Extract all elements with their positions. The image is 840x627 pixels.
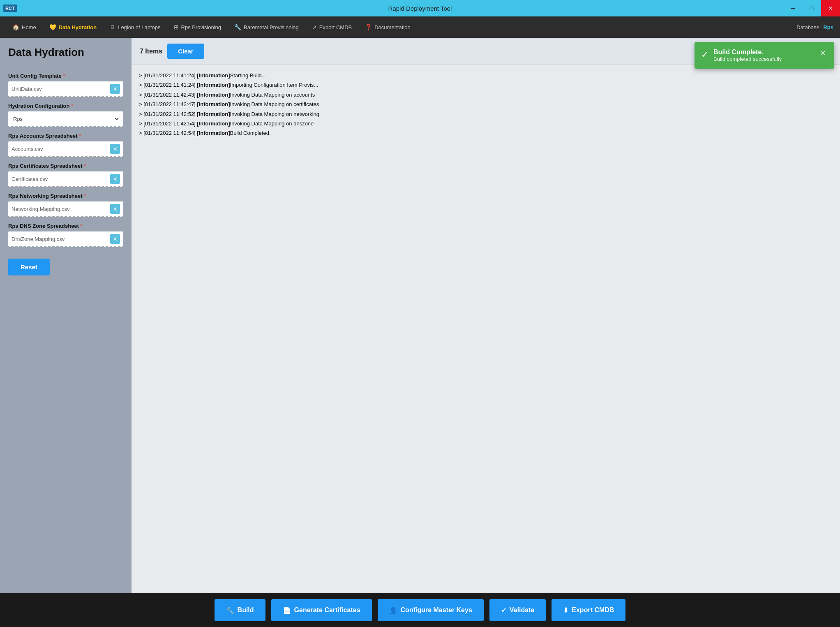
rps-dns-zone-label: Rps DNS Zone Spreadsheet * [8, 223, 123, 229]
rps-dns-required: * [81, 223, 83, 229]
toast-notification: ✓ Build Complete. Build completed succes… [695, 42, 834, 69]
nav-item-export-cmdb[interactable]: ↗ Export CMDB [306, 21, 358, 33]
hydration-config-select[interactable]: Rps [12, 116, 120, 123]
rps-certificates-required: * [84, 163, 86, 169]
close-button[interactable]: ✕ [821, 0, 840, 16]
unit-config-required: * [63, 73, 65, 79]
log-area: > [01/31/2022 11:41:24] [Information]Sta… [132, 65, 840, 593]
validate-icon: ✓ [501, 606, 506, 614]
rps-certificates-label: Rps Certificates Spreadsheet * [8, 163, 123, 169]
toast-check-icon: ✓ [701, 49, 708, 60]
main-layout: Data Hydration Unit Config Template * ✕ … [0, 38, 840, 593]
database-info: Database: Rps [796, 24, 833, 30]
hydration-config-label: Hydration Configuration * [8, 103, 123, 109]
log-entry: > [01/31/2022 11:41:24] [Information]Sta… [139, 71, 833, 80]
documentation-icon: ❓ [365, 24, 372, 30]
legion-icon: 🖥 [110, 24, 115, 30]
hydration-config-required: * [71, 103, 73, 109]
log-entry: > [01/31/2022 11:42:54] [Information]Bui… [139, 128, 833, 138]
generate-certificates-button[interactable]: 📄 Generate Certificates [271, 599, 372, 621]
build-button[interactable]: 🔧 Build [215, 599, 265, 621]
unit-config-template-input[interactable] [12, 86, 110, 92]
export-cmdb-button[interactable]: ⬇ Export CMDB [552, 599, 625, 621]
rps-accounts-field: ✕ [8, 141, 123, 157]
generate-certificates-label: Generate Certificates [294, 606, 360, 614]
nav-item-legion-of-laptops[interactable]: 🖥 Legion of Laptops [104, 21, 166, 33]
rps-networking-input[interactable] [12, 206, 110, 212]
reset-button[interactable]: Reset [8, 259, 50, 275]
configure-master-keys-label: Configure Master Keys [401, 606, 472, 614]
app-title: Rapid Deployment Tool [388, 5, 452, 12]
baremetal-icon: 🔧 [234, 24, 241, 30]
configure-master-keys-button[interactable]: 👤 Configure Master Keys [378, 599, 484, 621]
rps-accounts-label: Rps Accounts Spreadsheet * [8, 133, 123, 139]
rps-networking-required: * [84, 193, 86, 199]
rps-certificates-input[interactable] [12, 176, 110, 182]
unit-config-template-label: Unit Config Template * [8, 73, 123, 79]
minimize-button[interactable]: ─ [783, 0, 802, 16]
items-count: 7 Items [140, 48, 162, 55]
rps-provisioning-icon: ⊞ [174, 24, 179, 30]
sidebar: Data Hydration Unit Config Template * ✕ … [0, 38, 132, 593]
build-icon: 🔧 [226, 606, 234, 614]
rps-dns-zone-field: ✕ [8, 231, 123, 247]
clear-button[interactable]: Clear [167, 44, 204, 59]
rps-accounts-clear-button[interactable]: ✕ [110, 144, 120, 154]
generate-certificates-icon: 📄 [283, 606, 291, 614]
toast-title: Build Complete. [713, 49, 782, 56]
validate-label: Validate [510, 606, 534, 614]
log-entry: > [01/31/2022 11:42:52] [Information]Inv… [139, 109, 833, 119]
export-cmdb-icon: ⬇ [563, 606, 568, 614]
nav-item-documentation[interactable]: ❓ Documentation [359, 21, 416, 33]
log-entry: > [01/31/2022 11:42:54] [Information]Inv… [139, 119, 833, 128]
database-value: Rps [823, 24, 833, 30]
rps-certificates-clear-button[interactable]: ✕ [110, 174, 120, 184]
nav-item-rps-provisioning[interactable]: ⊞ Rps Provisioning [168, 21, 227, 33]
build-label: Build [238, 606, 254, 614]
data-hydration-icon: 💛 [49, 24, 56, 30]
log-entry: > [01/31/2022 11:42:47] [Information]Inv… [139, 99, 833, 109]
toast-subtitle: Build completed successfully [713, 56, 782, 62]
home-icon: 🏠 [12, 24, 19, 30]
database-label: Database: [796, 24, 821, 30]
unit-config-template-field: ✕ [8, 81, 123, 97]
nav-item-home-label: Home [22, 24, 36, 30]
rps-networking-label: Rps Networking Spreadsheet * [8, 193, 123, 199]
unit-config-template-clear-button[interactable]: ✕ [110, 84, 120, 94]
app-icon: RCT [3, 5, 17, 12]
nav-item-home[interactable]: 🏠 Home [7, 21, 42, 33]
nav-item-documentation-label: Documentation [374, 24, 410, 30]
content-area: 7 Items Clear > [01/31/2022 11:41:24] [I… [132, 38, 840, 593]
sidebar-title: Data Hydration [8, 46, 123, 59]
nav-bar: 🏠 Home 💛 Data Hydration 🖥 Legion of Lapt… [0, 16, 840, 38]
nav-item-data-hydration[interactable]: 💛 Data Hydration [44, 21, 102, 33]
title-bar-controls: ─ □ ✕ [783, 0, 840, 16]
rps-dns-zone-clear-button[interactable]: ✕ [110, 234, 120, 244]
bottom-toolbar: 🔧 Build 📄 Generate Certificates 👤 Config… [0, 593, 840, 627]
nav-item-export-label: Export CMDB [319, 24, 352, 30]
title-bar: RCT Rapid Deployment Tool ─ □ ✕ [0, 0, 840, 16]
rps-dns-zone-input[interactable] [12, 236, 110, 242]
configure-master-keys-icon: 👤 [389, 606, 397, 614]
nav-item-baremetal-label: Baremetal Provisioning [244, 24, 299, 30]
nav-item-baremetal-provisioning[interactable]: 🔧 Baremetal Provisioning [228, 21, 305, 33]
validate-button[interactable]: ✓ Validate [489, 599, 546, 621]
nav-item-data-hydration-label: Data Hydration [59, 24, 97, 30]
rps-accounts-required: * [79, 133, 81, 139]
toast-close-button[interactable]: ✕ [820, 49, 826, 58]
hydration-config-field: Rps [8, 111, 123, 127]
rps-networking-clear-button[interactable]: ✕ [110, 204, 120, 214]
export-cmdb-label: Export CMDB [572, 606, 614, 614]
nav-item-legion-label: Legion of Laptops [118, 24, 160, 30]
rps-accounts-input[interactable] [12, 146, 110, 152]
toast-content: Build Complete. Build completed successf… [713, 49, 782, 62]
log-entry: > [01/31/2022 11:42:43] [Information]Inv… [139, 90, 833, 99]
rps-certificates-field: ✕ [8, 171, 123, 187]
rps-networking-field: ✕ [8, 201, 123, 217]
maximize-button[interactable]: □ [802, 0, 821, 16]
log-entry: > [01/31/2022 11:41:24] [Information]Imp… [139, 80, 833, 90]
nav-item-rps-label: Rps Provisioning [181, 24, 222, 30]
title-bar-left: RCT [3, 5, 17, 12]
export-cmdb-icon: ↗ [312, 24, 317, 30]
